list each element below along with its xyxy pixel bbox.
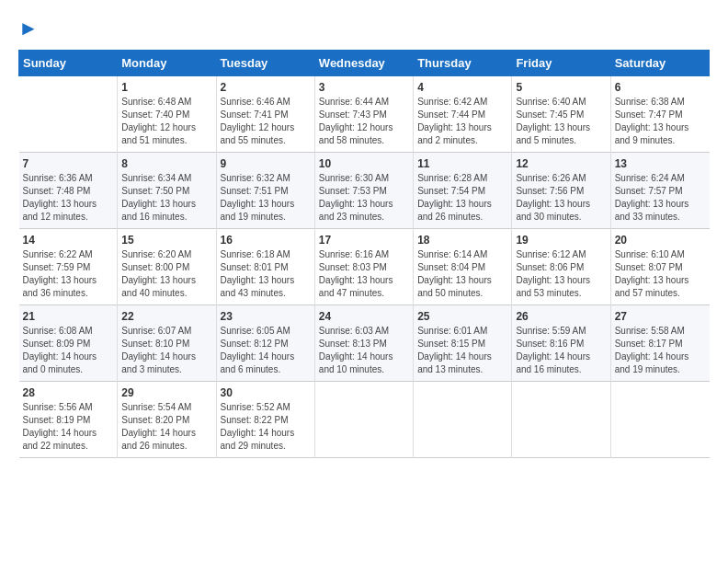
- calendar-cell: 13Sunrise: 6:24 AMSunset: 7:57 PMDayligh…: [610, 153, 709, 229]
- col-header-monday: Monday: [118, 51, 216, 76]
- calendar-cell: 16Sunrise: 6:18 AMSunset: 8:01 PMDayligh…: [216, 229, 314, 305]
- day-info: Sunrise: 6:48 AMSunset: 7:40 PMDaylight:…: [121, 96, 211, 147]
- day-info: Sunrise: 6:34 AMSunset: 7:50 PMDaylight:…: [121, 172, 211, 224]
- day-info: Sunrise: 6:26 AMSunset: 7:56 PMDaylight:…: [516, 172, 606, 224]
- day-number: 15: [121, 234, 211, 247]
- calendar-cell: [512, 382, 610, 458]
- calendar-cell: 24Sunrise: 6:03 AMSunset: 8:13 PMDayligh…: [314, 305, 413, 382]
- week-row-4: 21Sunrise: 6:08 AMSunset: 8:09 PMDayligh…: [19, 305, 710, 382]
- day-number: 29: [121, 386, 211, 399]
- logo: ►: [18, 17, 39, 40]
- col-header-wednesday: Wednesday: [314, 51, 413, 76]
- calendar-cell: 10Sunrise: 6:30 AMSunset: 7:53 PMDayligh…: [314, 153, 413, 229]
- day-number: 30: [221, 386, 311, 399]
- day-number: 11: [417, 157, 507, 170]
- day-info: Sunrise: 6:18 AMSunset: 8:01 PMDaylight:…: [221, 248, 311, 300]
- day-info: Sunrise: 6:10 AMSunset: 8:07 PMDaylight:…: [615, 248, 706, 300]
- day-number: 16: [221, 234, 311, 247]
- col-header-thursday: Thursday: [414, 51, 512, 76]
- calendar-cell: 19Sunrise: 6:12 AMSunset: 8:06 PMDayligh…: [512, 229, 610, 305]
- day-number: 6: [615, 81, 706, 94]
- day-number: 18: [417, 234, 507, 247]
- calendar-cell: 3Sunrise: 6:44 AMSunset: 7:43 PMDaylight…: [314, 76, 413, 153]
- calendar-cell: 22Sunrise: 6:07 AMSunset: 8:10 PMDayligh…: [118, 305, 216, 382]
- calendar-cell: 23Sunrise: 6:05 AMSunset: 8:12 PMDayligh…: [216, 305, 314, 382]
- col-header-tuesday: Tuesday: [216, 51, 314, 76]
- day-number: 25: [417, 310, 507, 323]
- calendar-cell: 12Sunrise: 6:26 AMSunset: 7:56 PMDayligh…: [512, 153, 610, 229]
- day-number: 21: [23, 310, 114, 323]
- day-info: Sunrise: 6:08 AMSunset: 8:09 PMDaylight:…: [23, 325, 114, 376]
- calendar-table: SundayMondayTuesdayWednesdayThursdayFrid…: [18, 50, 710, 458]
- day-info: Sunrise: 6:46 AMSunset: 7:41 PMDaylight:…: [221, 96, 311, 147]
- day-number: 4: [417, 81, 507, 94]
- day-number: 10: [319, 157, 409, 170]
- day-number: 24: [319, 310, 409, 323]
- day-number: 26: [516, 310, 606, 323]
- calendar-cell: 14Sunrise: 6:22 AMSunset: 7:59 PMDayligh…: [19, 229, 118, 305]
- calendar-cell: 2Sunrise: 6:46 AMSunset: 7:41 PMDaylight…: [216, 76, 314, 153]
- day-number: 17: [319, 234, 409, 247]
- day-number: 9: [221, 157, 311, 170]
- calendar-cell: 18Sunrise: 6:14 AMSunset: 8:04 PMDayligh…: [414, 229, 512, 305]
- week-row-5: 28Sunrise: 5:56 AMSunset: 8:19 PMDayligh…: [19, 382, 710, 458]
- calendar-cell: 28Sunrise: 5:56 AMSunset: 8:19 PMDayligh…: [19, 382, 118, 458]
- week-row-2: 7Sunrise: 6:36 AMSunset: 7:48 PMDaylight…: [19, 153, 710, 229]
- col-header-friday: Friday: [512, 51, 610, 76]
- day-number: 22: [121, 310, 211, 323]
- day-number: 3: [319, 81, 409, 94]
- day-info: Sunrise: 6:40 AMSunset: 7:45 PMDaylight:…: [516, 96, 606, 147]
- day-info: Sunrise: 6:03 AMSunset: 8:13 PMDaylight:…: [319, 325, 409, 376]
- col-header-sunday: Sunday: [19, 51, 118, 76]
- calendar-cell: 1Sunrise: 6:48 AMSunset: 7:40 PMDaylight…: [118, 76, 216, 153]
- day-number: 27: [615, 310, 706, 323]
- day-info: Sunrise: 5:54 AMSunset: 8:20 PMDaylight:…: [121, 401, 211, 453]
- calendar-cell: 7Sunrise: 6:36 AMSunset: 7:48 PMDaylight…: [19, 153, 118, 229]
- day-info: Sunrise: 6:38 AMSunset: 7:47 PMDaylight:…: [615, 96, 706, 147]
- day-number: 5: [516, 81, 606, 94]
- week-row-3: 14Sunrise: 6:22 AMSunset: 7:59 PMDayligh…: [19, 229, 710, 305]
- day-number: 13: [615, 157, 706, 170]
- day-number: 8: [121, 157, 211, 170]
- day-info: Sunrise: 5:52 AMSunset: 8:22 PMDaylight:…: [221, 401, 311, 453]
- day-info: Sunrise: 6:44 AMSunset: 7:43 PMDaylight:…: [319, 96, 409, 147]
- day-info: Sunrise: 6:36 AMSunset: 7:48 PMDaylight:…: [23, 172, 114, 224]
- day-info: Sunrise: 6:16 AMSunset: 8:03 PMDaylight:…: [319, 248, 409, 300]
- day-info: Sunrise: 6:05 AMSunset: 8:12 PMDaylight:…: [221, 325, 311, 376]
- week-row-1: 1Sunrise: 6:48 AMSunset: 7:40 PMDaylight…: [19, 76, 710, 153]
- calendar-cell: 11Sunrise: 6:28 AMSunset: 7:54 PMDayligh…: [414, 153, 512, 229]
- day-number: 23: [221, 310, 311, 323]
- day-number: 28: [23, 386, 114, 399]
- day-info: Sunrise: 6:30 AMSunset: 7:53 PMDaylight:…: [319, 172, 409, 224]
- day-number: 14: [23, 234, 114, 247]
- day-info: Sunrise: 6:14 AMSunset: 8:04 PMDaylight:…: [417, 248, 507, 300]
- calendar-cell: 27Sunrise: 5:58 AMSunset: 8:17 PMDayligh…: [610, 305, 709, 382]
- main-container: ► SundayMondayTuesdayWednesdayThursdayFr…: [0, 0, 728, 467]
- day-info: Sunrise: 5:59 AMSunset: 8:16 PMDaylight:…: [516, 325, 606, 376]
- calendar-cell: 30Sunrise: 5:52 AMSunset: 8:22 PMDayligh…: [216, 382, 314, 458]
- day-number: 19: [516, 234, 606, 247]
- day-info: Sunrise: 6:01 AMSunset: 8:15 PMDaylight:…: [417, 325, 507, 376]
- col-header-saturday: Saturday: [610, 51, 709, 76]
- day-info: Sunrise: 6:12 AMSunset: 8:06 PMDaylight:…: [516, 248, 606, 300]
- day-number: 1: [121, 81, 211, 94]
- day-number: 12: [516, 157, 606, 170]
- calendar-cell: [610, 382, 709, 458]
- calendar-cell: [414, 382, 512, 458]
- day-info: Sunrise: 6:42 AMSunset: 7:44 PMDaylight:…: [417, 96, 507, 147]
- day-info: Sunrise: 6:20 AMSunset: 8:00 PMDaylight:…: [121, 248, 211, 300]
- day-number: 7: [23, 157, 114, 170]
- day-info: Sunrise: 6:24 AMSunset: 7:57 PMDaylight:…: [615, 172, 706, 224]
- calendar-cell: 21Sunrise: 6:08 AMSunset: 8:09 PMDayligh…: [19, 305, 118, 382]
- calendar-cell: 4Sunrise: 6:42 AMSunset: 7:44 PMDaylight…: [414, 76, 512, 153]
- day-info: Sunrise: 6:22 AMSunset: 7:59 PMDaylight:…: [23, 248, 114, 300]
- calendar-cell: 9Sunrise: 6:32 AMSunset: 7:51 PMDaylight…: [216, 153, 314, 229]
- calendar-cell: [314, 382, 413, 458]
- calendar-cell: 8Sunrise: 6:34 AMSunset: 7:50 PMDaylight…: [118, 153, 216, 229]
- calendar-cell: 6Sunrise: 6:38 AMSunset: 7:47 PMDaylight…: [610, 76, 709, 153]
- header: ►: [18, 17, 710, 40]
- day-info: Sunrise: 6:28 AMSunset: 7:54 PMDaylight:…: [417, 172, 507, 224]
- calendar-cell: 20Sunrise: 6:10 AMSunset: 8:07 PMDayligh…: [610, 229, 709, 305]
- calendar-cell: 17Sunrise: 6:16 AMSunset: 8:03 PMDayligh…: [314, 229, 413, 305]
- header-row: SundayMondayTuesdayWednesdayThursdayFrid…: [19, 51, 710, 76]
